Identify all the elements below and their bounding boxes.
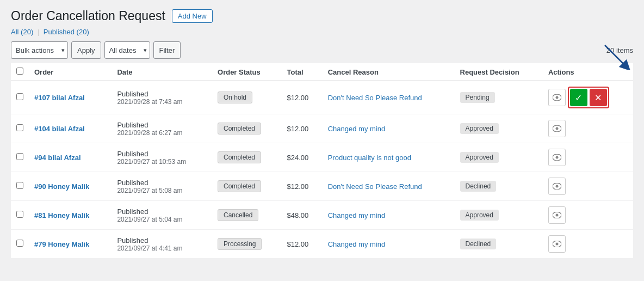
- row-checkbox[interactable]: [16, 124, 23, 131]
- cancel-reason: Product quality is not good: [328, 154, 411, 162]
- date-time: 2021/09/27 at 5:04 am: [117, 216, 207, 223]
- cancel-reason: Don't Need So Please Refund: [328, 94, 422, 102]
- bulk-actions-select[interactable]: Bulk actions: [11, 41, 68, 59]
- decision-badge: Pending: [460, 92, 495, 103]
- table-row: #90 Honey MalikPublished2021/09/27 at 5:…: [11, 172, 633, 201]
- approve-button[interactable]: ✓: [570, 89, 587, 106]
- date-published: Published: [117, 150, 207, 158]
- date-published: Published: [117, 90, 207, 98]
- row-checkbox[interactable]: [16, 93, 23, 100]
- decision-badge: Declined: [460, 181, 497, 192]
- date-time: 2021/09/27 at 10:53 am: [117, 158, 207, 166]
- order-status-badge: Completed: [218, 180, 261, 192]
- view-button[interactable]: [548, 149, 566, 166]
- sublinks: All (20) | Published (20): [11, 28, 633, 36]
- approve-decline-group: ✓ ✕: [568, 87, 609, 108]
- eye-icon: [553, 183, 561, 190]
- col-total: Total: [282, 63, 323, 81]
- total-value: $12.00: [287, 125, 309, 133]
- table-row: #94 bilal AfzalPublished2021/09/27 at 10…: [11, 143, 633, 172]
- order-status-badge: Completed: [218, 151, 261, 163]
- row-checkbox[interactable]: [16, 182, 23, 189]
- view-button[interactable]: [548, 89, 566, 106]
- order-status-badge: Completed: [218, 123, 261, 135]
- col-checkbox: [11, 63, 29, 81]
- all-dates-wrap: All dates: [104, 41, 150, 59]
- decision-badge: Declined: [460, 239, 497, 249]
- date-time: 2021/09/27 at 4:41 am: [117, 245, 207, 252]
- action-buttons: [548, 149, 628, 166]
- action-buttons: [548, 235, 628, 253]
- order-link[interactable]: #94 bilal Afzal: [34, 154, 81, 162]
- cancel-reason: Changed my mind: [328, 125, 386, 133]
- total-value: $12.00: [287, 182, 309, 191]
- eye-icon: [553, 154, 561, 161]
- arrow-indicator: [599, 42, 632, 70]
- cancel-reason: Changed my mind: [328, 211, 386, 219]
- apply-button[interactable]: Apply: [71, 41, 101, 59]
- filter-button[interactable]: Filter: [153, 41, 181, 59]
- order-link[interactable]: #90 Honey Malik: [34, 182, 89, 191]
- order-link[interactable]: #81 Honey Malik: [34, 211, 89, 219]
- view-button[interactable]: [548, 120, 566, 137]
- published-link[interactable]: Published (20): [44, 28, 89, 36]
- cancel-reason: Don't Need So Please Refund: [328, 182, 422, 191]
- decision-badge: Approved: [460, 123, 499, 134]
- order-status-badge: Cancelled: [218, 209, 258, 221]
- action-buttons: [548, 206, 628, 224]
- all-link[interactable]: All (20): [11, 28, 35, 36]
- svg-point-7: [555, 185, 558, 188]
- row-checkbox[interactable]: [16, 240, 23, 247]
- decision-badge: Approved: [460, 152, 499, 163]
- date-published: Published: [117, 207, 207, 216]
- date-published: Published: [117, 179, 207, 187]
- all-dates-select[interactable]: All dates: [104, 41, 150, 59]
- eye-icon: [553, 94, 561, 101]
- decision-badge: Approved: [460, 210, 499, 221]
- view-button[interactable]: [548, 206, 566, 224]
- svg-point-11: [555, 243, 558, 246]
- orders-table: Order Date Order Status Total Cancel Rea…: [11, 63, 633, 258]
- cancel-reason: Changed my mind: [328, 240, 386, 248]
- order-status-badge: Processing: [218, 238, 262, 250]
- total-value: $48.00: [287, 211, 309, 219]
- decline-button[interactable]: ✕: [590, 89, 607, 106]
- view-button[interactable]: [548, 235, 566, 253]
- select-all-checkbox[interactable]: [16, 68, 23, 75]
- eye-icon: [553, 241, 561, 247]
- col-order-status: Order Status: [212, 63, 282, 81]
- order-link[interactable]: #79 Honey Malik: [34, 240, 89, 248]
- table-row: #104 bilal AfzalPublished2021/09/28 at 6…: [11, 114, 633, 143]
- view-button[interactable]: [548, 178, 566, 195]
- col-date: Date: [112, 63, 212, 81]
- svg-point-3: [555, 127, 558, 130]
- date-time: 2021/09/28 at 6:27 am: [117, 129, 207, 137]
- bulk-actions-wrap: Bulk actions: [11, 41, 68, 59]
- col-order: Order: [29, 63, 112, 81]
- svg-point-5: [555, 156, 558, 159]
- col-request-decision: Request Decision: [455, 63, 543, 81]
- order-link[interactable]: #107 bilal Afzal: [34, 94, 85, 102]
- add-new-button[interactable]: Add New: [172, 9, 213, 23]
- date-time: 2021/09/27 at 5:08 am: [117, 187, 207, 194]
- table-row: #79 Honey MalikPublished2021/09/27 at 4:…: [11, 230, 633, 259]
- total-value: $12.00: [287, 94, 309, 102]
- order-link[interactable]: #104 bilal Afzal: [34, 125, 85, 133]
- action-buttons: [548, 178, 628, 195]
- total-value: $24.00: [287, 154, 309, 162]
- date-time: 2021/09/28 at 7:43 am: [117, 98, 207, 106]
- table-row: #107 bilal AfzalPublished2021/09/28 at 7…: [11, 81, 633, 114]
- svg-point-1: [555, 96, 558, 99]
- eye-icon: [553, 212, 561, 218]
- row-checkbox[interactable]: [16, 211, 23, 218]
- action-buttons: ✓ ✕: [548, 87, 628, 108]
- col-cancel-reason: Cancel Reason: [323, 63, 455, 81]
- date-published: Published: [117, 121, 207, 129]
- table-row: #81 Honey MalikPublished2021/09/27 at 5:…: [11, 201, 633, 230]
- action-buttons: [548, 120, 628, 137]
- svg-point-9: [555, 214, 558, 217]
- total-value: $12.00: [287, 240, 309, 248]
- date-published: Published: [117, 236, 207, 245]
- eye-icon: [553, 125, 561, 132]
- row-checkbox[interactable]: [16, 153, 23, 160]
